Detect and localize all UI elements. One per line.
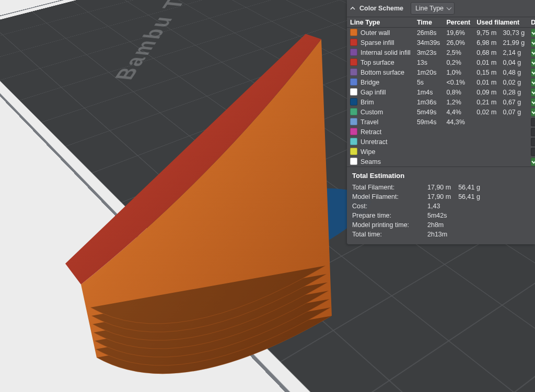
linetype-fil-m: 0,68 m xyxy=(473,47,499,57)
printing-value: 2h8m xyxy=(427,220,444,230)
linetype-percent: <0.1% xyxy=(443,77,473,87)
checkbox-icon[interactable] xyxy=(531,98,535,106)
linetype-time xyxy=(414,127,443,137)
linetype-time: 1m20s xyxy=(414,67,443,77)
linetype-row: Outer wall26m8s19,6%9,75 m30,73 g xyxy=(347,28,535,38)
linetype-percent: 0,2% xyxy=(443,57,473,67)
linetype-name: Wipe xyxy=(347,147,414,157)
linetype-display[interactable] xyxy=(528,117,535,127)
linetype-fil-m xyxy=(473,147,499,157)
linetype-percent: 44,3% xyxy=(443,117,473,127)
linetype-fil-m: 0,15 m xyxy=(473,67,499,77)
linetype-percent xyxy=(443,147,473,157)
linetype-name: Seams xyxy=(347,157,414,167)
linetype-percent: 2,5% xyxy=(443,47,473,57)
linetype-display[interactable] xyxy=(528,87,535,97)
checkbox-icon[interactable] xyxy=(531,39,535,47)
linetype-row: Wipe xyxy=(347,147,535,157)
checkbox-icon[interactable] xyxy=(531,158,535,166)
totaltime-label: Total time: xyxy=(352,230,420,239)
linetype-row: Brim1m36s1,2%0,21 m0,67 g xyxy=(347,97,535,107)
swatch-icon xyxy=(350,138,357,145)
linetype-display[interactable] xyxy=(528,28,535,38)
linetype-percent: 1,0% xyxy=(443,67,473,77)
linetype-row: Sparse infill34m39s26,0%6,98 m21,99 g xyxy=(347,38,535,47)
total-filament-m: 17,90 m xyxy=(427,183,451,192)
checkbox-icon[interactable] xyxy=(531,68,535,77)
linetype-name: Unretract xyxy=(347,137,414,147)
linetype-name: Brim xyxy=(347,97,414,107)
color-scheme-dropdown[interactable]: Line Type xyxy=(411,2,455,15)
linetype-fil-g: 0,28 g xyxy=(499,87,528,97)
swatch-icon xyxy=(350,88,357,96)
total-filament-label: Total Filament: xyxy=(352,183,420,192)
checkbox-icon[interactable] xyxy=(531,78,535,87)
linetype-fil-m: 0,09 m xyxy=(473,87,499,97)
linetype-row: Custom5m49s4,4%0,02 m0,07 g xyxy=(347,107,535,117)
linetype-percent: 4,4% xyxy=(443,107,473,117)
linetype-display[interactable] xyxy=(528,147,535,157)
linetype-display[interactable] xyxy=(528,38,535,47)
checkbox-icon[interactable] xyxy=(531,118,535,126)
linetype-fil-m: 0,02 m xyxy=(473,107,499,117)
linetype-fil-g: 2,14 g xyxy=(499,47,528,57)
checkbox-icon[interactable] xyxy=(531,29,535,37)
checkbox-icon[interactable] xyxy=(531,49,535,57)
linetype-row: Internal solid infill3m23s2,5%0,68 m2,14… xyxy=(347,47,535,57)
prepare-label: Prepare time: xyxy=(352,211,420,220)
linetype-name: Internal solid infill xyxy=(347,47,414,57)
swatch-icon xyxy=(350,29,357,36)
checkbox-icon[interactable] xyxy=(531,88,535,97)
cost-label: Cost: xyxy=(352,201,420,211)
linetype-name: Travel xyxy=(347,117,414,127)
col-display: Display xyxy=(528,17,535,28)
col-linetype: Line Type xyxy=(347,17,414,28)
checkbox-icon[interactable] xyxy=(531,58,535,67)
linetype-fil-g: 0,07 g xyxy=(499,107,528,117)
swatch-icon xyxy=(350,39,357,46)
linetype-row: Top surface13s0,2%0,01 m0,04 g xyxy=(347,57,535,67)
panel-title: Color Scheme xyxy=(359,4,403,13)
linetype-display[interactable] xyxy=(528,47,535,57)
linetype-display[interactable] xyxy=(528,97,535,107)
linetype-time: 1m4s xyxy=(414,87,443,97)
total-estimation: Total Estimation Total Filament:17,90 m5… xyxy=(347,167,535,244)
checkbox-icon[interactable] xyxy=(531,108,535,116)
linetype-time: 1m36s xyxy=(414,97,443,107)
swatch-icon xyxy=(350,68,357,76)
panel-header: Color Scheme Line Type xyxy=(347,0,535,17)
color-scheme-panel: Color Scheme Line Type Line Type Time Pe… xyxy=(347,0,535,244)
checkbox-icon[interactable] xyxy=(531,138,535,146)
linetype-table: Line Type Time Percent Used filament Dis… xyxy=(347,17,535,167)
linetype-fil-m: 6,98 m xyxy=(473,38,499,47)
swatch-icon xyxy=(350,148,357,155)
linetype-row: Bottom surface1m20s1,0%0,15 m0,48 g xyxy=(347,67,535,77)
linetype-display[interactable] xyxy=(528,157,535,167)
linetype-name: Top surface xyxy=(347,57,414,67)
collapse-icon[interactable] xyxy=(350,6,355,11)
swatch-icon xyxy=(350,78,357,86)
linetype-row: Retract xyxy=(347,127,535,137)
linetype-percent: 19,6% xyxy=(443,28,473,38)
linetype-fil-m xyxy=(473,157,499,167)
linetype-fil-g xyxy=(499,147,528,157)
linetype-display[interactable] xyxy=(528,57,535,67)
model-filament-g: 56,41 g xyxy=(458,192,480,201)
linetype-display[interactable] xyxy=(528,67,535,77)
linetype-fil-m: 9,75 m xyxy=(473,28,499,38)
checkbox-icon[interactable] xyxy=(531,128,535,136)
linetype-fil-m: 0,21 m xyxy=(473,97,499,107)
linetype-name: Retract xyxy=(347,127,414,137)
linetype-display[interactable] xyxy=(528,77,535,87)
col-filament: Used filament xyxy=(473,17,528,28)
checkbox-icon[interactable] xyxy=(531,148,535,156)
swatch-icon xyxy=(350,158,357,165)
linetype-display[interactable] xyxy=(528,137,535,147)
linetype-time: 5s xyxy=(414,77,443,87)
linetype-display[interactable] xyxy=(528,127,535,137)
linetype-display[interactable] xyxy=(528,107,535,117)
linetype-row: Gap infill1m4s0,8%0,09 m0,28 g xyxy=(347,87,535,97)
linetype-fil-g: 0,04 g xyxy=(499,57,528,67)
linetype-row: Unretract xyxy=(347,137,535,147)
linetype-row: Seams xyxy=(347,157,535,167)
